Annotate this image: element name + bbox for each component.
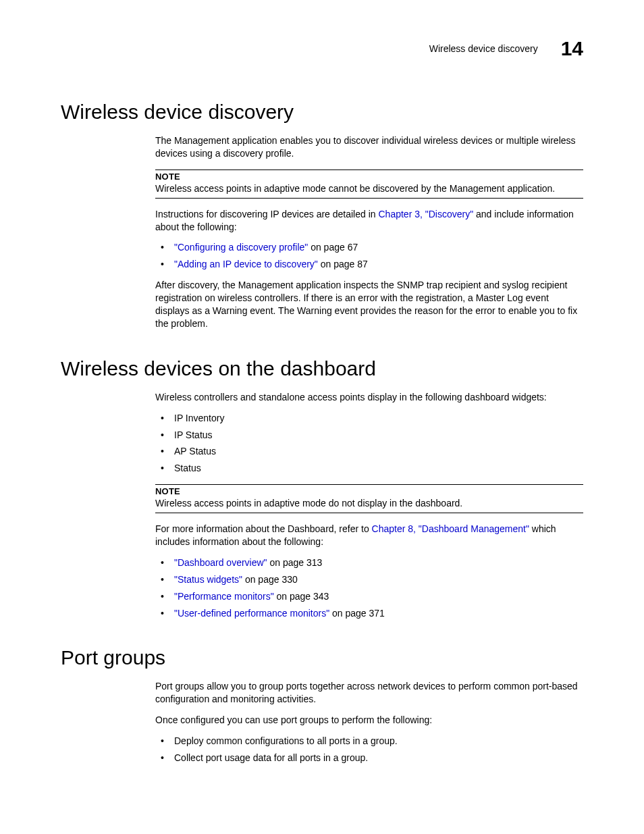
link-dashboard-overview[interactable]: "Dashboard overview"	[174, 557, 267, 568]
text: For more information about the Dashboard…	[155, 523, 372, 534]
paragraph: Once configured you can use port groups …	[155, 714, 583, 727]
list-item: Deploy common configurations to all port…	[155, 735, 583, 748]
paragraph: Instructions for discovering IP devices …	[155, 208, 583, 234]
link-user-defined-performance-monitors[interactable]: "User-defined performance monitors"	[174, 608, 329, 619]
list-item: "Status widgets" on page 330	[155, 573, 583, 586]
bullet-list: Deploy common configurations to all port…	[155, 735, 583, 764]
link-chapter8-dashboard[interactable]: Chapter 8, "Dashboard Management"	[372, 523, 529, 534]
note-block: NOTE Wireless access points in adaptive …	[155, 484, 583, 513]
note-text: Wireless access points in adaptive mode …	[155, 182, 583, 199]
paragraph: The Management application enables you t…	[155, 134, 583, 160]
link-adding-ip-device[interactable]: "Adding an IP device to discovery"	[174, 259, 318, 269]
header-chapter-number: 14	[561, 37, 583, 60]
text: on page 67	[308, 242, 358, 253]
section-wireless-devices-dashboard: Wireless devices on the dashboard Wirele…	[61, 357, 583, 620]
list-item: "User-defined performance monitors" on p…	[155, 607, 583, 620]
list-item: "Configuring a discovery profile" on pag…	[155, 241, 583, 254]
list-item: AP Status	[155, 445, 583, 458]
heading-wireless-device-discovery: Wireless device discovery	[61, 101, 583, 124]
note-text: Wireless access points in adaptive mode …	[155, 497, 583, 513]
text: on page 330	[242, 574, 298, 585]
list-item: Status	[155, 462, 583, 475]
page-header: Wireless device discovery 14	[61, 37, 583, 60]
section-body: Port groups allow you to group ports tog…	[155, 680, 583, 764]
list-item: "Dashboard overview" on page 313	[155, 556, 583, 569]
paragraph: Port groups allow you to group ports tog…	[155, 680, 583, 706]
bullet-list: IP Inventory IP Status AP Status Status	[155, 412, 583, 475]
text: on page 371	[329, 608, 385, 619]
list-item: Collect port usage data for all ports in…	[155, 752, 583, 764]
list-item: IP Status	[155, 429, 583, 442]
text: Instructions for discovering IP devices …	[155, 209, 378, 219]
text: on page 343	[274, 591, 329, 602]
section-body: Wireless controllers and standalone acce…	[155, 391, 583, 620]
paragraph: After discovery, the Management applicat…	[155, 279, 583, 330]
section-port-groups: Port groups Port groups allow you to gro…	[61, 646, 583, 764]
note-label: NOTE	[155, 484, 583, 496]
paragraph: For more information about the Dashboard…	[155, 523, 583, 548]
text: on page 313	[267, 557, 323, 568]
list-item: "Performance monitors" on page 343	[155, 590, 583, 603]
section-wireless-device-discovery: Wireless device discovery The Management…	[61, 101, 583, 330]
paragraph: Wireless controllers and standalone acce…	[155, 391, 583, 404]
header-title: Wireless device discovery	[429, 43, 538, 54]
section-body: The Management application enables you t…	[155, 134, 583, 330]
list-item: "Adding an IP device to discovery" on pa…	[155, 258, 583, 271]
link-configuring-discovery-profile[interactable]: "Configuring a discovery profile"	[174, 242, 308, 253]
link-performance-monitors[interactable]: "Performance monitors"	[174, 591, 274, 602]
page: Wireless device discovery 14 Wireless de…	[0, 0, 644, 834]
bullet-list: "Dashboard overview" on page 313 "Status…	[155, 556, 583, 620]
bullet-list: "Configuring a discovery profile" on pag…	[155, 241, 583, 271]
note-block: NOTE Wireless access points in adaptive …	[155, 170, 583, 199]
heading-port-groups: Port groups	[61, 646, 583, 669]
list-item: IP Inventory	[155, 412, 583, 425]
link-chapter3-discovery[interactable]: Chapter 3, "Discovery"	[378, 209, 473, 219]
heading-wireless-devices-dashboard: Wireless devices on the dashboard	[61, 357, 583, 380]
link-status-widgets[interactable]: "Status widgets"	[174, 574, 242, 585]
note-label: NOTE	[155, 170, 583, 182]
text: on page 87	[318, 259, 368, 269]
